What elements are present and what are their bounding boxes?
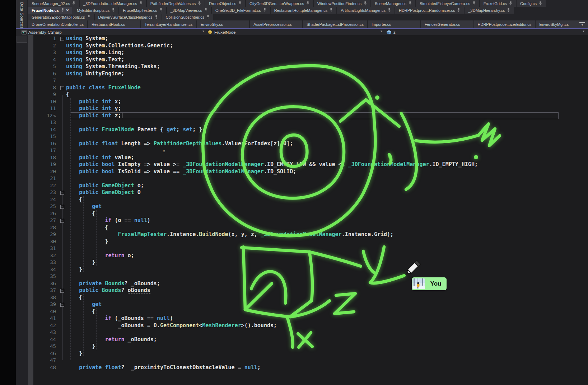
pin-icon[interactable]: [330, 8, 333, 12]
fold-collapse-icon[interactable]: −: [60, 86, 64, 90]
code-line-43[interactable]: 43: [33, 329, 588, 336]
code-line-13[interactable]: 13: [33, 119, 588, 126]
pin-icon[interactable]: [112, 8, 115, 12]
code-line-10[interactable]: 10 public int x;: [33, 98, 588, 105]
tab-FruxelNode.cs[interactable]: FruxelNode.cs✕: [28, 7, 73, 14]
pin-icon[interactable]: [206, 15, 210, 19]
pin-icon[interactable]: [364, 1, 367, 5]
code-line-45[interactable]: 45 }: [33, 343, 588, 350]
code-line-16[interactable]: 16 public float Length => PathfinderDept…: [33, 140, 588, 147]
tab-RestaurantHo...pleManager.cs[interactable]: RestaurantHo...pleManager.cs: [271, 7, 337, 14]
tab-HDRPPostproc...Randomizer.cs[interactable]: HDRPPostproc...Randomizer.cs: [395, 7, 464, 14]
code-line-5[interactable]: 5using System.Threading.Tasks;: [33, 63, 588, 70]
member-dropdown[interactable]: z: [386, 29, 396, 35]
code-line-28[interactable]: 28 {: [33, 224, 588, 231]
code-line-4[interactable]: 4using System.Text;: [33, 56, 588, 64]
pin-icon[interactable]: [457, 8, 460, 12]
tab-CityGen3DGen...torWrapper.cs[interactable]: CityGen3DGen...torWrapper.cs: [246, 0, 313, 7]
tab-CollisionSubscriber.cs[interactable]: CollisionSubscriber.cs: [162, 14, 214, 20]
tab-Generator2ExportMapTools.cs[interactable]: Generator2ExportMapTools.cs: [28, 14, 94, 20]
code-line-41[interactable]: 41 if (_oBounds == null): [33, 315, 588, 322]
code-line-39[interactable]: 39− get: [33, 301, 588, 308]
code-line-35[interactable]: 35: [33, 273, 588, 280]
pin-icon[interactable]: [263, 8, 266, 12]
code-line-20[interactable]: 20 public bool IsSolid => value == _3DFo…: [33, 168, 588, 175]
code-line-44[interactable]: 44 return _oBounds;: [33, 336, 588, 343]
tab-Importer.cs[interactable]: Importer.cs: [368, 20, 420, 28]
code-line-19[interactable]: 19 public bool IsEmpty => value >= _3DFo…: [33, 161, 588, 168]
code-line-8[interactable]: 8−public class FruxelNode: [33, 84, 588, 91]
code-editor[interactable]: 1−using System;2using System.Collections…: [28, 35, 588, 385]
pin-icon[interactable]: [198, 1, 201, 5]
code-line-3[interactable]: 3using System.Linq;: [33, 49, 588, 56]
tab-_3DFoundatio...delManager.cs[interactable]: _3DFoundatio...delManager.cs: [80, 0, 146, 7]
code-line-2[interactable]: 2using System.Collections.Generic;: [33, 42, 588, 50]
code-line-17[interactable]: 17: [33, 147, 588, 154]
pin-icon[interactable]: [159, 8, 163, 12]
pin-icon[interactable]: [155, 15, 158, 19]
type-dropdown[interactable]: FruxelNode: [207, 29, 235, 35]
data-sources-tool-tab[interactable]: Data Sources: [17, 0, 27, 43]
code-line-33[interactable]: 33 }: [33, 259, 588, 266]
code-line-38[interactable]: 38 {: [33, 294, 588, 301]
tab-DroneObject.cs[interactable]: DroneObject.cs: [205, 0, 245, 7]
tab-overflow-button[interactable]: ▾: [579, 22, 585, 28]
pin-icon[interactable]: [306, 1, 309, 5]
code-line-14[interactable]: 14 public FruxelNode Parent { get; set; …: [33, 126, 588, 133]
pin-icon[interactable]: [87, 15, 90, 19]
tab-SceneManager_02.cs[interactable]: SceneManager_02.cs: [28, 0, 79, 7]
code-line-6[interactable]: 6using UnityEngine;: [33, 70, 588, 78]
pin-icon[interactable]: [61, 8, 64, 12]
tab-FencesGenerator.cs[interactable]: FencesGenerator.cs: [421, 20, 473, 28]
tab-_3DMapViewer.cs[interactable]: _3DMapViewer.cs: [167, 7, 211, 14]
code-line-9[interactable]: 9{: [33, 91, 588, 98]
code-line-31[interactable]: 31: [33, 245, 588, 252]
code-line-27[interactable]: 27− if (o == null): [33, 217, 588, 224]
code-line-46[interactable]: 46 }: [33, 350, 588, 357]
tab-ArtificialLightsManager.cs[interactable]: ArtificialLightsManager.cs: [337, 7, 395, 14]
tab-PathfinderDepthValues.cs[interactable]: PathfinderDepthValues.cs: [147, 0, 205, 7]
code-line-1[interactable]: 1−using System;: [33, 35, 588, 42]
pin-icon[interactable]: [539, 1, 542, 5]
fold-collapse-icon[interactable]: −: [60, 37, 64, 41]
project-caret-icon[interactable]: ▾: [202, 29, 204, 33]
tab-MyEditorScripts.cs[interactable]: MyEditorScripts.cs: [73, 7, 118, 14]
code-line-36[interactable]: 36 private Bounds? _oBounds;: [33, 280, 588, 287]
pin-icon[interactable]: [472, 1, 476, 5]
code-line-47[interactable]: 47: [33, 357, 588, 364]
project-dropdown[interactable]: Assembly-CSharp: [22, 29, 62, 35]
tab-ShaderPackage...stProcessor.cs[interactable]: ShaderPackage...stProcessor.cs: [303, 20, 367, 28]
tab-TerrainLayerRandomizer.cs[interactable]: TerrainLayerRandomizer.cs: [141, 20, 196, 28]
tab-_3DMapHierarchy.cs[interactable]: _3DMapHierarchy.cs: [465, 7, 514, 14]
code-line-40[interactable]: 40 {: [33, 308, 588, 315]
code-line-7[interactable]: 7: [33, 77, 588, 84]
code-line-26[interactable]: 26 {: [33, 210, 588, 217]
fold-collapse-icon[interactable]: −: [60, 205, 64, 209]
code-line-48[interactable]: 48 private float? _proximityToClosestObs…: [33, 364, 588, 371]
code-line-32[interactable]: 32 return o;: [33, 252, 588, 259]
code-line-25[interactable]: 25− get: [33, 203, 588, 210]
code-line-24[interactable]: 24 {: [33, 196, 588, 203]
pin-icon[interactable]: [388, 8, 391, 12]
pin-icon[interactable]: [139, 1, 143, 5]
pin-icon[interactable]: [72, 1, 75, 5]
code-line-29[interactable]: 29 FruxelMapTester.Instance.BuildNode(x,…: [33, 231, 588, 238]
code-line-12[interactable]: 12✎ public int z;: [33, 112, 588, 119]
pin-icon[interactable]: [509, 1, 512, 5]
code-line-30[interactable]: 30 }: [33, 238, 588, 245]
code-line-37[interactable]: 37− public Bounds? oBounds: [33, 287, 588, 294]
fold-collapse-icon[interactable]: −: [60, 289, 64, 293]
navbar-caret-icon[interactable]: ▾: [583, 29, 584, 33]
tab-AssetPreprocessor.cs[interactable]: AssetPreprocessor.cs: [250, 20, 302, 28]
code-line-34[interactable]: 34 }: [33, 266, 588, 273]
tab-DroneOrientationController.cs[interactable]: DroneOrientationController.cs: [28, 20, 87, 28]
tab-FruxelGrid.cs[interactable]: FruxelGrid.cs: [480, 0, 516, 7]
code-line-22[interactable]: 22 public GameObject o;: [33, 182, 588, 189]
code-line-23[interactable]: 23− public GameObject O: [33, 189, 588, 196]
code-line-15[interactable]: 15: [33, 133, 588, 140]
code-line-11[interactable]: 11 public int y;: [33, 105, 588, 112]
fold-collapse-icon[interactable]: −: [60, 303, 64, 307]
tab-RestaurantHook.cs[interactable]: RestaurantHook.cs: [88, 20, 140, 28]
close-icon[interactable]: ✕: [66, 9, 69, 12]
fold-collapse-icon[interactable]: −: [60, 191, 64, 195]
